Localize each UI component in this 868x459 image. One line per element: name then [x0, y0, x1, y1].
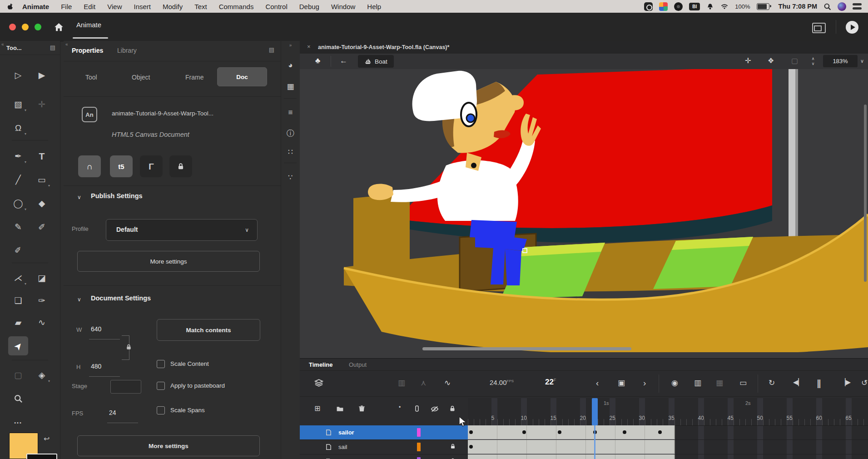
layer-row-sailor[interactable]: sailor	[300, 425, 868, 440]
workspace-layout-icon[interactable]	[812, 23, 826, 33]
input-source-icon[interactable]: BI	[689, 3, 700, 10]
current-frame-readout[interactable]: 22F	[545, 378, 556, 387]
playhead[interactable]	[592, 398, 598, 459]
properties-panel-menu-icon[interactable]: ▤	[269, 46, 274, 53]
tab-output[interactable]: Output	[349, 361, 367, 368]
pause-icon[interactable]: ∥	[817, 378, 821, 389]
layer-effects-tool-button[interactable]: ◈▾	[32, 365, 52, 384]
lock-all-layers-icon[interactable]	[449, 405, 456, 412]
layer-frames-sailor[interactable]	[468, 425, 868, 439]
subtab-tool[interactable]: Tool	[85, 74, 97, 81]
document-more-settings-button[interactable]: More settings	[77, 435, 260, 456]
layer-stack-icon[interactable]	[314, 378, 323, 387]
zoom-window-button[interactable]	[35, 24, 41, 30]
layer-color-chip[interactable]	[417, 457, 421, 459]
subtab-doc[interactable]: Doc	[217, 67, 267, 86]
menu-clock[interactable]: Thu 7:08 PM	[779, 3, 817, 10]
layer-frames-sail[interactable]	[468, 440, 868, 454]
eraser-tool-button[interactable]: ▰	[8, 313, 28, 332]
back-arrow-icon[interactable]: ←	[340, 56, 347, 65]
text-tool-button[interactable]: T	[32, 146, 52, 165]
layer-head-sail[interactable]: sail	[300, 440, 468, 454]
paintbrush-tool-button[interactable]: ✐	[32, 217, 52, 236]
width-value[interactable]: 640	[91, 325, 101, 333]
loop-playback-icon[interactable]: ↻	[769, 378, 775, 388]
color-palette-icon[interactable]: ◕	[281, 61, 300, 70]
menu-item-debug[interactable]: Debug	[299, 3, 319, 10]
frame-span[interactable]	[468, 425, 675, 439]
camera-tool-button[interactable]: ▢	[8, 365, 28, 384]
free-transform-tool-button[interactable]: ▧▾	[8, 95, 28, 114]
edit-multiple-frames-icon[interactable]: ▦	[716, 378, 723, 388]
pen-tool-button[interactable]: ✒▾	[8, 146, 28, 165]
close-window-button[interactable]	[9, 24, 16, 30]
test-movie-button[interactable]	[846, 21, 858, 34]
expand-dock-icon[interactable]: »	[281, 43, 300, 48]
hide-all-layers-icon[interactable]	[431, 405, 439, 413]
classic-brush-tool-button[interactable]: ✏	[8, 240, 28, 259]
zoom-tool-button[interactable]	[8, 389, 28, 408]
playhead-head[interactable]	[592, 398, 598, 425]
tools-panel-menu-icon[interactable]: ▤	[50, 44, 55, 51]
step-back-icon[interactable]: ◀▏	[793, 378, 804, 386]
tab-library[interactable]: Library	[117, 47, 137, 54]
adjust-status-icon[interactable]	[659, 2, 668, 11]
fluid-brush-tool-button[interactable]: ∿	[32, 313, 52, 332]
wifi-icon[interactable]	[720, 3, 729, 10]
document-tab-title[interactable]: animate-Tutorial-9-Asset-Warp-Tool.fla (…	[318, 44, 449, 50]
battery-icon[interactable]	[757, 3, 769, 10]
layer-name[interactable]: sail	[338, 444, 347, 450]
asset-warp-tool-button[interactable]: ✛	[32, 95, 52, 114]
camera-status-icon[interactable]	[674, 2, 683, 11]
menu-item-file[interactable]: File	[61, 3, 72, 10]
zoom-step-up-icon[interactable]: ∧	[812, 56, 815, 61]
control-center-icon[interactable]	[853, 3, 862, 10]
paint-bucket-tool-button[interactable]: ◪	[32, 268, 52, 287]
fps-value[interactable]: 24	[109, 409, 116, 416]
zoom-step-down-icon[interactable]: ∨	[812, 61, 815, 66]
menu-item-help[interactable]: Help	[367, 3, 381, 10]
lock-toggle[interactable]	[169, 155, 192, 177]
document-settings-chevron-icon[interactable]: ∨	[77, 296, 81, 303]
height-value[interactable]: 480	[91, 363, 101, 370]
spotlight-search-icon[interactable]	[823, 3, 831, 10]
layer-color-chip[interactable]	[417, 428, 421, 437]
layer-lock-icon[interactable]	[450, 443, 456, 449]
profile-select[interactable]: Default ∨	[106, 219, 258, 241]
transform-grid-icon[interactable]: ∷	[281, 147, 300, 157]
onion-skin-outlines-icon[interactable]: ▥	[694, 378, 701, 388]
menu-item-modify[interactable]: Modify	[163, 3, 183, 10]
oval-tool-button[interactable]: ◯▾	[8, 194, 28, 213]
layer-row-mast[interactable]: mast	[300, 454, 868, 459]
layer-head-mast[interactable]: mast	[300, 454, 468, 459]
line-tool-button[interactable]: ╱	[8, 170, 28, 189]
menu-item-text[interactable]: Text	[194, 3, 207, 10]
menu-item-insert[interactable]: Insert	[134, 3, 151, 10]
swatches-icon[interactable]: ▦	[281, 82, 300, 91]
zoom-level-field[interactable]: 183%	[823, 55, 858, 67]
delete-layer-button[interactable]	[358, 405, 366, 413]
minimize-window-button[interactable]	[22, 24, 29, 30]
frame-ruler-ticks[interactable]	[468, 419, 868, 426]
frame-span[interactable]	[468, 454, 675, 459]
center-frame-icon[interactable]: ▣	[618, 378, 625, 388]
new-layer-button[interactable]: ⊞	[314, 404, 320, 413]
scale-spans-checkbox[interactable]	[157, 406, 165, 414]
bone-tool-button[interactable]: ⋌▾	[8, 268, 28, 287]
outline-view-icon[interactable]	[413, 405, 421, 412]
zoom-dropdown-chevron-icon[interactable]: ∨	[860, 58, 864, 64]
rewind-icon[interactable]: ↺	[861, 378, 868, 388]
lasso-tool-button[interactable]: Ω▾	[8, 118, 28, 137]
publish-settings-header[interactable]: Publish Settings	[91, 192, 143, 200]
info-icon[interactable]: ⓘ	[281, 128, 300, 139]
tools-overflow-button[interactable]: •••	[8, 417, 28, 428]
layer-row-sail[interactable]: sail	[300, 440, 868, 454]
next-keyframe-icon[interactable]: ›	[643, 378, 646, 388]
menu-item-control[interactable]: Control	[265, 3, 287, 10]
publish-settings-chevron-icon[interactable]: ∨	[77, 194, 81, 200]
link-dimensions-lock-icon[interactable]	[125, 344, 132, 350]
center-stage-icon[interactable]: ✛	[745, 56, 751, 65]
fps-readout[interactable]: 24.00FPS	[490, 379, 514, 386]
tab-timeline[interactable]: Timeline	[309, 361, 333, 368]
home-icon[interactable]	[54, 22, 64, 32]
